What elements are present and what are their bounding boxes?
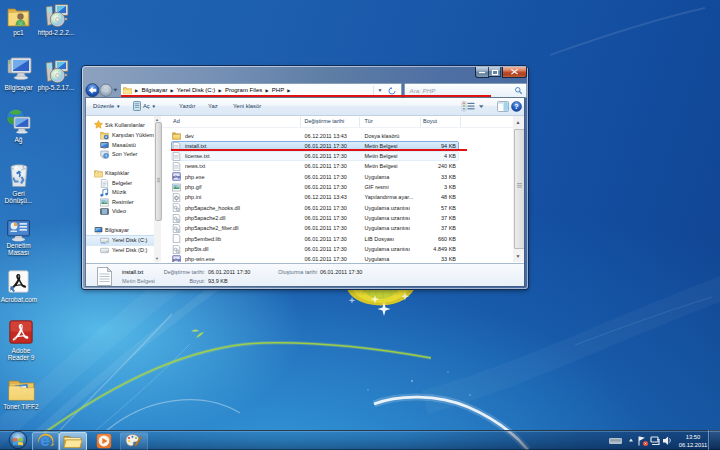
svg-text:?: ? — [514, 103, 518, 110]
